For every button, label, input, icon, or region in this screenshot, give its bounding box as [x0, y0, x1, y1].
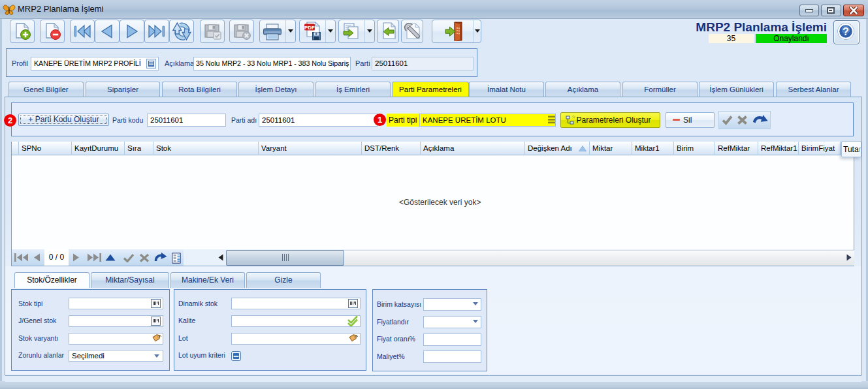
svg-text:PDF: PDF: [304, 25, 315, 31]
svg-text:?: ?: [843, 26, 849, 37]
